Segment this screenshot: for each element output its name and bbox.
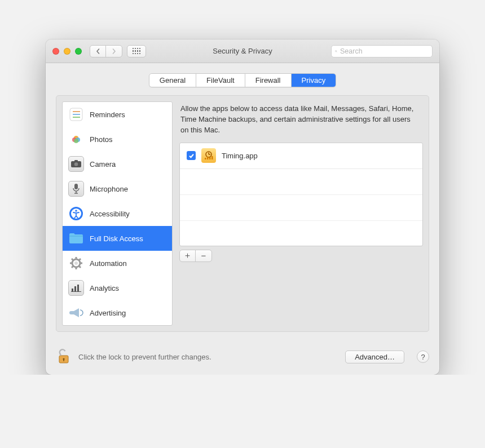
accessibility-icon bbox=[68, 206, 84, 221]
tab-privacy[interactable]: Privacy bbox=[292, 74, 336, 87]
tab-bar: General FileVault Firewall Privacy bbox=[56, 73, 429, 87]
svg-point-0 bbox=[336, 50, 337, 51]
content-area: General FileVault Firewall Privacy Remin… bbox=[46, 63, 439, 341]
preferences-window: Security & Privacy General FileVault Fir… bbox=[46, 39, 439, 375]
folder-icon bbox=[68, 230, 84, 246]
sidebar-item-label: Analytics bbox=[90, 284, 119, 292]
app-checkbox[interactable] bbox=[187, 151, 196, 160]
svg-rect-29 bbox=[72, 289, 73, 291]
svg-line-27 bbox=[79, 259, 81, 260]
advanced-button[interactable]: Advanced… bbox=[345, 351, 404, 363]
sidebar-item-label: Automation bbox=[90, 259, 127, 268]
sidebar-item-label: Accessibility bbox=[90, 210, 130, 218]
photos-icon bbox=[68, 131, 84, 147]
lock-hint-text: Click the lock to prevent further change… bbox=[78, 353, 338, 361]
sidebar-item-automation[interactable]: Automation bbox=[63, 251, 172, 276]
help-button[interactable]: ? bbox=[417, 351, 429, 363]
sidebar-item-accessibility[interactable]: Accessibility bbox=[63, 201, 172, 226]
app-list: Timing.app bbox=[179, 143, 423, 246]
remove-app-button[interactable]: − bbox=[196, 250, 211, 261]
traffic-lights bbox=[52, 48, 82, 55]
search-input[interactable] bbox=[340, 47, 429, 55]
sidebar-item-full-disk-access[interactable]: Full Disk Access bbox=[63, 226, 172, 251]
forward-button[interactable] bbox=[106, 46, 122, 57]
svg-rect-30 bbox=[74, 286, 76, 291]
show-all-button[interactable] bbox=[127, 45, 146, 57]
sidebar-item-reminders[interactable]: Reminders bbox=[63, 102, 172, 127]
svg-point-18 bbox=[75, 210, 77, 212]
detail-pane: Allow the apps below to access data like… bbox=[179, 101, 423, 326]
megaphone-icon bbox=[68, 305, 84, 321]
svg-rect-13 bbox=[74, 184, 78, 189]
svg-line-26 bbox=[72, 266, 73, 268]
svg-line-1 bbox=[337, 51, 337, 52]
reminders-icon bbox=[68, 107, 84, 122]
lock-icon[interactable] bbox=[56, 349, 72, 365]
sidebar-item-microphone[interactable]: Microphone bbox=[63, 176, 172, 201]
app-name: Timing.app bbox=[222, 152, 258, 160]
svg-rect-37 bbox=[207, 157, 209, 159]
sidebar-item-label: Full Disk Access bbox=[90, 234, 143, 243]
back-button[interactable] bbox=[90, 46, 106, 57]
sidebar-item-label: Camera bbox=[90, 160, 116, 168]
footer: Click the lock to prevent further change… bbox=[46, 341, 439, 375]
add-app-button[interactable]: ＋ bbox=[180, 250, 196, 261]
titlebar: Security & Privacy bbox=[46, 39, 439, 63]
tab-general[interactable]: General bbox=[149, 74, 196, 87]
analytics-icon bbox=[68, 280, 84, 296]
app-icon bbox=[201, 148, 216, 163]
minimize-window-button[interactable] bbox=[64, 48, 70, 55]
add-remove-controls: ＋ − bbox=[179, 250, 423, 262]
sidebar-item-photos[interactable]: Photos bbox=[63, 127, 172, 152]
privacy-panel: Reminders Photos Camera bbox=[56, 95, 429, 332]
app-row[interactable]: Timing.app bbox=[180, 143, 422, 169]
search-icon bbox=[335, 48, 337, 55]
sidebar-item-camera[interactable]: Camera bbox=[63, 152, 172, 176]
category-description: Allow the apps below to access data like… bbox=[179, 101, 423, 143]
svg-rect-11 bbox=[74, 160, 78, 162]
tab-filevault[interactable]: FileVault bbox=[196, 74, 245, 87]
search-field[interactable] bbox=[331, 45, 433, 57]
microphone-icon bbox=[68, 181, 84, 197]
sidebar-item-label: Reminders bbox=[90, 110, 125, 119]
svg-rect-39 bbox=[211, 156, 213, 159]
svg-point-9 bbox=[74, 139, 78, 143]
app-row-empty bbox=[180, 169, 422, 195]
svg-point-12 bbox=[74, 162, 78, 166]
nav-buttons bbox=[90, 45, 122, 57]
svg-rect-38 bbox=[209, 157, 211, 159]
svg-rect-31 bbox=[77, 285, 79, 291]
sidebar-item-label: Microphone bbox=[90, 185, 128, 193]
category-sidebar: Reminders Photos Camera bbox=[62, 101, 173, 326]
zoom-window-button[interactable] bbox=[75, 48, 82, 55]
camera-icon bbox=[68, 156, 84, 172]
svg-point-28 bbox=[74, 261, 78, 265]
app-row-empty bbox=[180, 221, 422, 246]
sidebar-item-advertising[interactable]: Advertising bbox=[63, 300, 172, 325]
sidebar-item-label: Photos bbox=[90, 135, 112, 144]
svg-line-25 bbox=[79, 266, 81, 268]
sidebar-item-label: Advertising bbox=[90, 309, 126, 317]
sidebar-item-analytics[interactable]: Analytics bbox=[63, 276, 172, 300]
tab-firewall[interactable]: Firewall bbox=[245, 74, 292, 87]
svg-rect-36 bbox=[205, 158, 206, 159]
app-row-empty bbox=[180, 195, 422, 221]
close-window-button[interactable] bbox=[52, 48, 59, 55]
gear-icon bbox=[68, 255, 84, 271]
svg-line-24 bbox=[72, 259, 73, 260]
